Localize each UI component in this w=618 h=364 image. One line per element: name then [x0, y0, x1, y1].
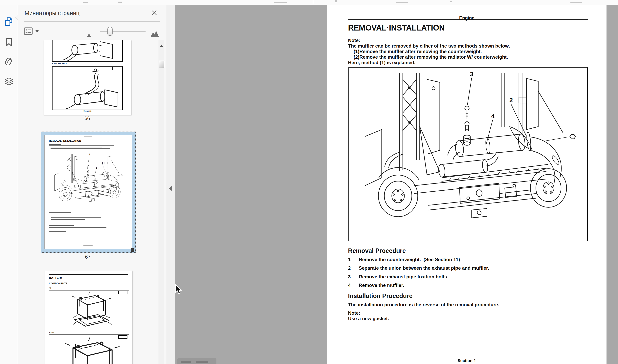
muffler-removal-figure	[349, 67, 587, 241]
zoom-in-mountain-icon[interactable]	[150, 30, 159, 37]
thumb68-variant: AT	[49, 287, 51, 289]
thumb68-figure-2	[49, 335, 129, 364]
text-line	[83, 245, 92, 246]
page-thumbnails-icon[interactable]	[4, 17, 14, 26]
text-line	[51, 148, 110, 149]
text-line	[49, 274, 128, 275]
thumbnails-scrollbar[interactable]	[158, 40, 164, 364]
thumb68-subheading: COMPONENTS	[49, 282, 67, 285]
popup-fragment	[196, 361, 208, 363]
top-toolbar-remnant	[0, 0, 618, 5]
text-line	[49, 144, 61, 145]
text-line	[49, 225, 74, 226]
header-rule	[348, 19, 588, 20]
thumb68-engine-label: 1DZ-II	[49, 332, 54, 334]
figure-number-box	[118, 335, 127, 339]
text-line	[51, 215, 91, 215]
document-canvas: Engine REMOVAL·INSTALLATION Note: The mu…	[175, 5, 618, 364]
text-line	[49, 138, 127, 138]
figure-box	[348, 67, 588, 241]
text-line	[51, 217, 101, 218]
collapse-panel-icon[interactable]	[169, 186, 172, 191]
document-page: Engine REMOVAL·INSTALLATION Note: The mu…	[327, 5, 606, 364]
panel-title: Миниатюры страниц	[25, 10, 79, 16]
attachments-icon[interactable]	[4, 57, 14, 66]
thumb66-footer: Section 1	[44, 110, 131, 112]
step-text: Remove the muffler.	[359, 283, 404, 288]
text-line	[49, 227, 106, 228]
installation-heading: Installation Procedure	[348, 292, 413, 299]
options-list-icon	[24, 27, 33, 35]
note-label: Note:	[348, 38, 360, 43]
page-footer: Section 1	[327, 358, 606, 363]
note2-text: Use a new gasket.	[348, 316, 389, 321]
text-line	[85, 273, 92, 273]
header-rule-shadow	[348, 21, 588, 21]
installation-text: The installation procedure is the revers…	[348, 302, 499, 308]
thumbnail-page-battery[interactable]: BATTERY COMPONENTS AT 1DZ-II	[45, 271, 132, 364]
toolbar-fragment	[118, 1, 122, 3]
screen: Миниатюры страниц	[0, 0, 618, 364]
thumb66-export-spec: EXPORT SPEC	[52, 62, 67, 65]
text-line	[84, 137, 92, 137]
panel-divider	[24, 21, 160, 22]
figure-number-box	[112, 67, 121, 70]
selection-handle	[131, 248, 134, 252]
text-line	[49, 145, 114, 146]
step-number: 1	[348, 257, 351, 262]
toolbar-fragment	[83, 2, 88, 3]
thumb67-title: REMOVAL·INSTALLATION	[49, 139, 81, 142]
left-icon-rail	[0, 5, 18, 364]
toolbar-fragment	[274, 2, 287, 3]
options-button[interactable]	[24, 26, 39, 36]
method-note: Here, method (1) is explained.	[348, 60, 415, 65]
layers-icon[interactable]	[4, 77, 14, 86]
toolbar-fragment	[396, 2, 408, 3]
toolbar-fragment	[313, 0, 313, 4]
note-text: The muffler can be removed by either of …	[348, 43, 510, 49]
method-2: (2)Remove the muffler after removing the…	[354, 54, 508, 60]
thumbnail-size-slider-handle[interactable]	[107, 27, 113, 36]
thumb68-heading: BATTERY	[49, 276, 63, 279]
mouse-cursor	[175, 284, 184, 296]
thumbnail-page-66[interactable]: EXPORT SPEC	[44, 40, 131, 115]
text-line	[51, 222, 69, 222]
zoom-out-mountain-icon[interactable]	[86, 33, 93, 37]
thumb68-figure-1	[49, 290, 129, 331]
method-1: (1)Remove the muffler after removing the…	[354, 49, 482, 54]
thumbnail-page-67[interactable]: REMOVAL·INSTALLATION	[44, 135, 132, 249]
scrollbar-up-icon[interactable]	[160, 45, 163, 47]
step-text: Remove the counterweight. (See Section 1…	[359, 257, 460, 262]
step-text: Remove the exhaust pipe fixation bolts.	[359, 274, 448, 280]
scrollbar-thumb[interactable]	[159, 61, 164, 68]
thumbnails-panel: Миниатюры страниц	[18, 5, 166, 364]
thumb66-figure-1	[52, 40, 123, 62]
thumb67-figure	[49, 152, 128, 210]
panel-splitter[interactable]	[166, 5, 175, 364]
bookmarks-icon[interactable]	[4, 37, 14, 47]
toolbar-fragment	[335, 0, 337, 2]
step-number: 4	[348, 283, 351, 288]
text-line	[49, 150, 75, 150]
thumbnail-label-67[interactable]: 67	[41, 254, 135, 260]
thumbnail-label-66[interactable]: 66	[44, 116, 131, 121]
removal-heading: Removal Procedure	[348, 247, 406, 254]
step-number: 3	[348, 274, 351, 280]
text-line	[51, 219, 85, 220]
close-icon[interactable]	[151, 10, 158, 16]
thumbnail-selection-67[interactable]: REMOVAL·INSTALLATION	[41, 131, 136, 253]
toolbar-fragment	[570, 2, 582, 3]
figure-number-box	[118, 291, 127, 294]
text-line	[49, 230, 57, 230]
note2-label: Note:	[348, 310, 360, 316]
toolbar-fragment	[450, 0, 452, 2]
thumbnail-size-slider-track[interactable]	[100, 31, 146, 31]
page-title: REMOVAL·INSTALLATION	[348, 23, 445, 32]
text-line	[51, 147, 102, 147]
text-line	[49, 231, 66, 232]
thumbnail-list: EXPORT SPEC	[18, 40, 158, 364]
page-popup	[177, 358, 216, 364]
text-line	[49, 212, 71, 213]
chevron-down-icon	[35, 30, 39, 32]
step-text: Separate the union between the exhaust p…	[359, 265, 489, 271]
